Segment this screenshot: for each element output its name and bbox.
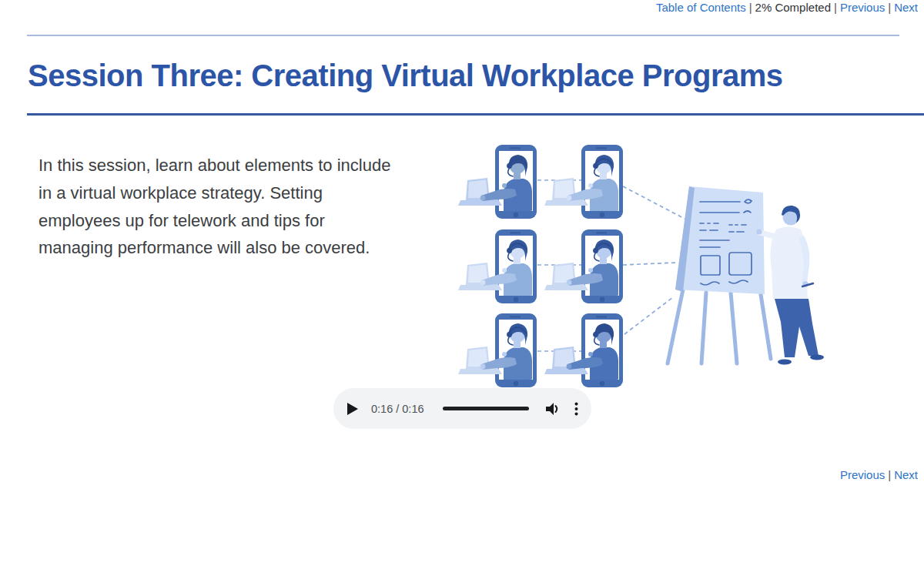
table-of-contents-link[interactable]: Table of Contents	[656, 1, 746, 14]
audio-progress-bar[interactable]	[443, 407, 529, 410]
virtual-workplace-illustration	[458, 139, 828, 388]
previous-link-bottom[interactable]: Previous	[840, 468, 885, 481]
bottom-navigation: Previous|Next	[840, 468, 918, 481]
progress-label: 2% Completed	[755, 1, 831, 14]
volume-icon[interactable]	[546, 402, 561, 416]
flipchart-easel	[668, 186, 771, 363]
previous-link[interactable]: Previous	[840, 1, 885, 14]
next-link[interactable]: Next	[894, 1, 918, 14]
kebab-menu-icon[interactable]	[574, 402, 578, 416]
nav-separator: |	[888, 468, 891, 481]
nav-separator: |	[888, 1, 891, 14]
nav-separator: |	[749, 1, 752, 14]
play-icon[interactable]	[346, 403, 358, 415]
nav-separator: |	[834, 1, 837, 14]
audio-progress-fill	[443, 407, 529, 410]
audio-time: 0:16 / 0:16	[371, 403, 424, 415]
phone-user-4	[544, 229, 623, 303]
phone-user-2	[544, 145, 623, 219]
session-description: In this session, learn about elements to…	[38, 152, 393, 262]
lesson-page: Table of Contents|2% Completed|Previous|…	[0, 0, 924, 566]
page-title: Session Three: Creating Virtual Workplac…	[28, 59, 783, 93]
phone-user-1	[458, 145, 537, 219]
phone-user-3	[458, 229, 537, 303]
title-divider	[27, 113, 924, 116]
phone-user-6	[544, 313, 623, 387]
next-link-bottom[interactable]: Next	[894, 468, 918, 481]
audio-player[interactable]: 0:16 / 0:16	[333, 388, 591, 429]
top-navigation: Table of Contents|2% Completed|Previous|…	[656, 1, 918, 14]
phone-user-5	[458, 313, 537, 387]
top-divider	[27, 35, 899, 36]
